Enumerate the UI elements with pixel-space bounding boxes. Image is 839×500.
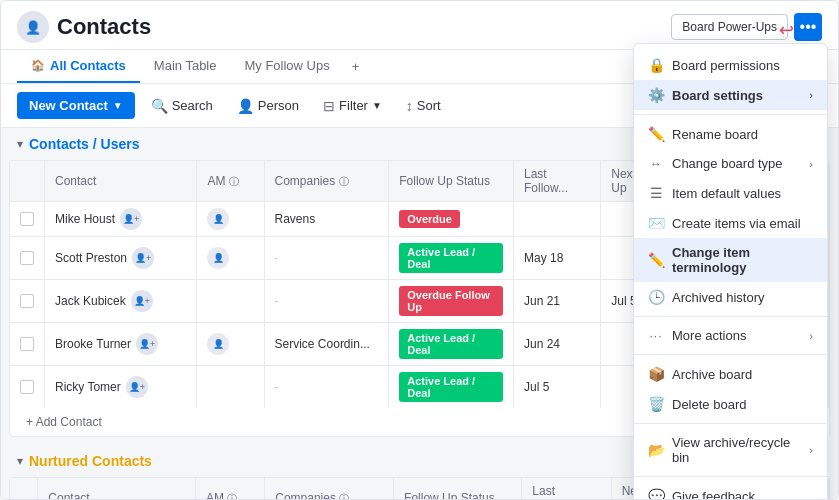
change-board-type-label: Change board type	[672, 156, 783, 171]
menu-item-default-values[interactable]: ☰ Item default values	[634, 178, 827, 208]
history-icon: 🕒	[648, 289, 664, 305]
give-feedback-label: Give feedback	[672, 489, 755, 501]
delete-icon: 🗑️	[648, 396, 664, 412]
lock-icon: 🔒	[648, 57, 664, 73]
menu-divider-5	[634, 476, 827, 477]
menu-view-archive[interactable]: 📂 View archive/recycle bin ›	[634, 428, 827, 472]
archive-icon: 📦	[648, 366, 664, 382]
menu-create-items-via-email[interactable]: ✉️ Create items via email	[634, 208, 827, 238]
view-archive-label: View archive/recycle bin	[672, 435, 801, 465]
menu-more-actions[interactable]: ··· More actions ›	[634, 321, 827, 350]
change-type-arrow: ›	[809, 158, 813, 170]
change-terminology-label: Change item terminology	[672, 245, 813, 275]
menu-change-item-terminology[interactable]: ✏️ Change item terminology	[634, 238, 827, 282]
settings-icon: ⚙️	[648, 87, 664, 103]
board-permissions-label: Board permissions	[672, 58, 780, 73]
edit-icon: ✏️	[648, 126, 664, 142]
menu-archived-history[interactable]: 🕒 Archived history	[634, 282, 827, 312]
email-icon: ✉️	[648, 215, 664, 231]
archived-history-label: Archived history	[672, 290, 764, 305]
terminology-icon: ✏️	[648, 252, 664, 268]
more-icon: ···	[648, 329, 664, 343]
app-container: 👤 Contacts Board Power-Ups ••• 🏠 All Con…	[0, 0, 839, 500]
more-actions-label: More actions	[672, 328, 746, 343]
view-archive-arrow: ›	[809, 444, 813, 456]
more-actions-arrow: ›	[809, 330, 813, 342]
item-default-values-label: Item default values	[672, 186, 781, 201]
change-type-icon: ↔	[648, 157, 664, 171]
create-items-email-label: Create items via email	[672, 216, 801, 231]
menu-give-feedback[interactable]: 💬 Give feedback	[634, 481, 827, 500]
menu-overlay[interactable]: 🔒 Board permissions ⚙️ Board settings › …	[1, 1, 838, 499]
menu-board-settings[interactable]: ⚙️ Board settings ›	[634, 80, 827, 110]
delete-board-label: Delete board	[672, 397, 746, 412]
menu-delete-board[interactable]: 🗑️ Delete board	[634, 389, 827, 419]
board-settings-label: Board settings	[672, 88, 763, 103]
feedback-icon: 💬	[648, 488, 664, 500]
menu-rename-board[interactable]: ✏️ Rename board	[634, 119, 827, 149]
view-archive-icon: 📂	[648, 442, 664, 458]
menu-divider-2	[634, 316, 827, 317]
archive-board-label: Archive board	[672, 367, 752, 382]
board-settings-arrow: ›	[809, 89, 813, 101]
menu-divider-3	[634, 354, 827, 355]
rename-board-label: Rename board	[672, 127, 758, 142]
menu-divider-4	[634, 423, 827, 424]
menu-board-permissions[interactable]: 🔒 Board permissions	[634, 50, 827, 80]
menu-change-board-type[interactable]: ↔ Change board type ›	[634, 149, 827, 178]
context-menu: 🔒 Board permissions ⚙️ Board settings › …	[633, 43, 828, 500]
menu-divider-1	[634, 114, 827, 115]
menu-archive-board[interactable]: 📦 Archive board	[634, 359, 827, 389]
default-values-icon: ☰	[648, 185, 664, 201]
